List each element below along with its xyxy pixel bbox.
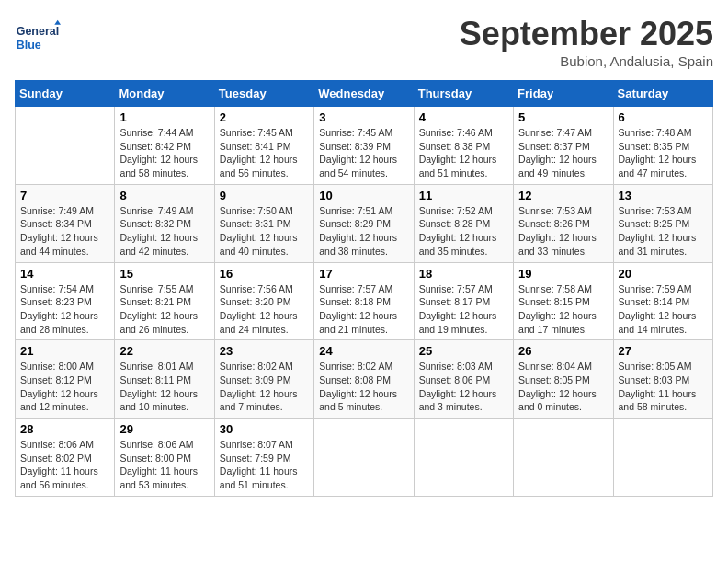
day-cell-12: 12Sunrise: 7:53 AM Sunset: 8:26 PM Dayli… (514, 184, 613, 262)
day-info: Sunrise: 7:56 AM Sunset: 8:20 PM Dayligh… (220, 282, 309, 337)
day-number: 26 (518, 344, 608, 358)
day-number: 10 (319, 189, 408, 202)
week-row-1: 1Sunrise: 7:44 AM Sunset: 8:42 PM Daylig… (16, 107, 713, 185)
day-number: 2 (220, 110, 309, 124)
day-cell-30: 30Sunrise: 8:07 AM Sunset: 7:59 PM Dayli… (214, 419, 313, 497)
day-cell-7: 7Sunrise: 7:49 AM Sunset: 8:34 PM Daylig… (16, 184, 115, 262)
day-cell-27: 27Sunrise: 8:05 AM Sunset: 8:03 PM Dayli… (613, 340, 712, 419)
day-info: Sunrise: 8:05 AM Sunset: 8:03 PM Dayligh… (619, 360, 708, 414)
svg-text:General: General (17, 26, 60, 39)
day-cell-29: 29Sunrise: 8:06 AM Sunset: 8:00 PM Dayli… (115, 419, 214, 497)
day-cell-5: 5Sunrise: 7:47 AM Sunset: 8:37 PM Daylig… (514, 107, 613, 185)
day-info: Sunrise: 7:45 AM Sunset: 8:39 PM Dayligh… (319, 126, 408, 180)
day-info: Sunrise: 7:45 AM Sunset: 8:41 PM Dayligh… (220, 126, 309, 180)
day-info: Sunrise: 7:46 AM Sunset: 8:38 PM Dayligh… (419, 126, 508, 180)
day-cell-1: 1Sunrise: 7:44 AM Sunset: 8:42 PM Daylig… (115, 107, 214, 185)
day-cell-14: 14Sunrise: 7:54 AM Sunset: 8:23 PM Dayli… (16, 262, 115, 340)
day-number: 20 (619, 267, 708, 281)
day-info: Sunrise: 7:49 AM Sunset: 8:34 PM Dayligh… (20, 204, 109, 259)
day-cell-9: 9Sunrise: 7:50 AM Sunset: 8:31 PM Daylig… (214, 184, 313, 262)
week-row-2: 7Sunrise: 7:49 AM Sunset: 8:34 PM Daylig… (16, 184, 713, 262)
day-info: Sunrise: 7:58 AM Sunset: 8:15 PM Dayligh… (518, 282, 608, 337)
day-number: 7 (20, 189, 109, 202)
month-title: September 2025 (460, 15, 713, 53)
day-info: Sunrise: 8:06 AM Sunset: 8:02 PM Dayligh… (20, 438, 109, 492)
day-info: Sunrise: 7:49 AM Sunset: 8:32 PM Dayligh… (119, 204, 209, 259)
day-number: 8 (119, 189, 209, 202)
day-cell-6: 6Sunrise: 7:48 AM Sunset: 8:35 PM Daylig… (613, 107, 712, 185)
day-cell-3: 3Sunrise: 7:45 AM Sunset: 8:39 PM Daylig… (314, 107, 414, 185)
day-cell-23: 23Sunrise: 8:02 AM Sunset: 8:09 PM Dayli… (214, 340, 313, 419)
svg-marker-2 (54, 20, 61, 25)
day-cell-18: 18Sunrise: 7:57 AM Sunset: 8:17 PM Dayli… (414, 262, 513, 340)
day-number: 22 (119, 344, 209, 358)
day-cell-2: 2Sunrise: 7:45 AM Sunset: 8:41 PM Daylig… (214, 107, 313, 185)
location-subtitle: Bubion, Andalusia, Spain (460, 53, 713, 69)
day-number: 3 (319, 110, 408, 124)
header: General Blue September 2025 Bubion, Anda… (15, 15, 713, 69)
day-info: Sunrise: 8:01 AM Sunset: 8:11 PM Dayligh… (119, 360, 209, 414)
empty-cell (613, 419, 712, 497)
day-info: Sunrise: 8:03 AM Sunset: 8:06 PM Dayligh… (419, 360, 508, 414)
day-info: Sunrise: 7:57 AM Sunset: 8:17 PM Dayligh… (419, 282, 508, 337)
day-cell-26: 26Sunrise: 8:04 AM Sunset: 8:05 PM Dayli… (514, 340, 613, 419)
day-number: 12 (518, 189, 608, 202)
day-cell-17: 17Sunrise: 7:57 AM Sunset: 8:18 PM Dayli… (314, 262, 414, 340)
day-info: Sunrise: 8:02 AM Sunset: 8:08 PM Dayligh… (319, 360, 408, 414)
day-info: Sunrise: 7:51 AM Sunset: 8:29 PM Dayligh… (319, 204, 408, 259)
day-number: 23 (220, 344, 309, 358)
col-header-thursday: Thursday (414, 81, 513, 107)
col-header-tuesday: Tuesday (214, 81, 313, 107)
day-cell-25: 25Sunrise: 8:03 AM Sunset: 8:06 PM Dayli… (414, 340, 513, 419)
day-number: 25 (419, 344, 508, 358)
day-cell-8: 8Sunrise: 7:49 AM Sunset: 8:32 PM Daylig… (115, 184, 214, 262)
header-row: SundayMondayTuesdayWednesdayThursdayFrid… (16, 81, 713, 107)
day-cell-15: 15Sunrise: 7:55 AM Sunset: 8:21 PM Dayli… (115, 262, 214, 340)
day-number: 18 (419, 267, 508, 281)
day-cell-21: 21Sunrise: 8:00 AM Sunset: 8:12 PM Dayli… (16, 340, 115, 419)
day-number: 5 (518, 110, 608, 124)
day-info: Sunrise: 7:52 AM Sunset: 8:28 PM Dayligh… (419, 204, 508, 259)
logo-svg: General Blue (15, 15, 61, 61)
day-cell-10: 10Sunrise: 7:51 AM Sunset: 8:29 PM Dayli… (314, 184, 414, 262)
col-header-friday: Friday (514, 81, 613, 107)
day-info: Sunrise: 8:04 AM Sunset: 8:05 PM Dayligh… (518, 360, 608, 414)
day-info: Sunrise: 8:06 AM Sunset: 8:00 PM Dayligh… (119, 438, 209, 492)
day-info: Sunrise: 7:48 AM Sunset: 8:35 PM Dayligh… (619, 126, 708, 180)
day-cell-28: 28Sunrise: 8:06 AM Sunset: 8:02 PM Dayli… (16, 419, 115, 497)
day-info: Sunrise: 8:07 AM Sunset: 7:59 PM Dayligh… (220, 438, 309, 492)
col-header-sunday: Sunday (16, 81, 115, 107)
empty-cell (314, 419, 414, 497)
day-number: 17 (319, 267, 408, 281)
day-number: 21 (20, 344, 109, 358)
day-number: 13 (619, 189, 708, 202)
day-info: Sunrise: 7:53 AM Sunset: 8:25 PM Dayligh… (619, 204, 708, 259)
col-header-monday: Monday (115, 81, 214, 107)
day-cell-4: 4Sunrise: 7:46 AM Sunset: 8:38 PM Daylig… (414, 107, 513, 185)
empty-cell (414, 419, 513, 497)
title-area: September 2025 Bubion, Andalusia, Spain (460, 15, 713, 69)
day-cell-22: 22Sunrise: 8:01 AM Sunset: 8:11 PM Dayli… (115, 340, 214, 419)
calendar-table: SundayMondayTuesdayWednesdayThursdayFrid… (15, 80, 713, 497)
day-number: 19 (518, 267, 608, 281)
day-number: 29 (119, 422, 209, 436)
day-info: Sunrise: 8:00 AM Sunset: 8:12 PM Dayligh… (20, 360, 109, 414)
day-number: 15 (119, 267, 209, 281)
day-cell-24: 24Sunrise: 8:02 AM Sunset: 8:08 PM Dayli… (314, 340, 414, 419)
empty-cell (514, 419, 613, 497)
week-row-5: 28Sunrise: 8:06 AM Sunset: 8:02 PM Dayli… (16, 419, 713, 497)
day-number: 24 (319, 344, 408, 358)
col-header-saturday: Saturday (613, 81, 712, 107)
empty-cell (16, 107, 115, 185)
week-row-4: 21Sunrise: 8:00 AM Sunset: 8:12 PM Dayli… (16, 340, 713, 419)
day-info: Sunrise: 7:54 AM Sunset: 8:23 PM Dayligh… (20, 282, 109, 337)
day-number: 11 (419, 189, 508, 202)
day-number: 4 (419, 110, 508, 124)
day-cell-11: 11Sunrise: 7:52 AM Sunset: 8:28 PM Dayli… (414, 184, 513, 262)
day-number: 30 (220, 422, 309, 436)
col-header-wednesday: Wednesday (314, 81, 414, 107)
day-info: Sunrise: 7:55 AM Sunset: 8:21 PM Dayligh… (119, 282, 209, 337)
week-row-3: 14Sunrise: 7:54 AM Sunset: 8:23 PM Dayli… (16, 262, 713, 340)
day-cell-13: 13Sunrise: 7:53 AM Sunset: 8:25 PM Dayli… (613, 184, 712, 262)
day-info: Sunrise: 7:59 AM Sunset: 8:14 PM Dayligh… (619, 282, 708, 337)
